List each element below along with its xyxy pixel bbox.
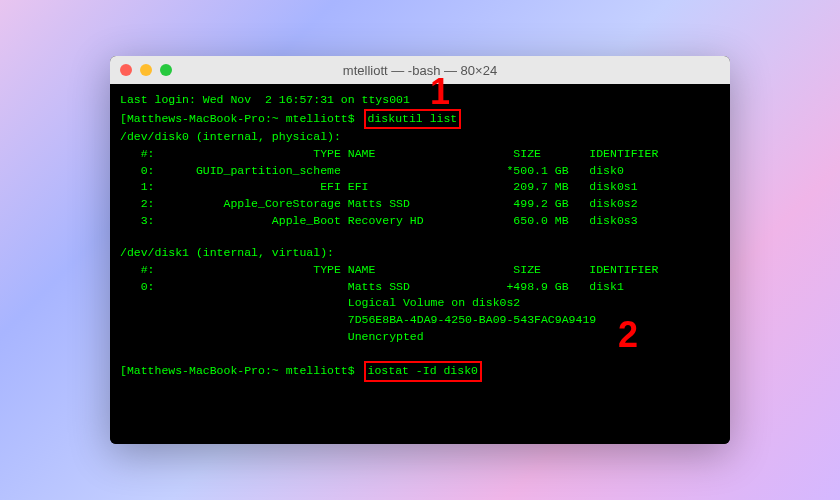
table-row: 2: Apple_CoreStorage Matts SSD 499.2 GB … — [120, 196, 720, 213]
table-row: 1: EFI EFI 209.7 MB disk0s1 — [120, 179, 720, 196]
close-icon[interactable] — [120, 64, 132, 76]
table-row: Logical Volume on disk0s2 — [120, 295, 720, 312]
column-header: #: TYPE NAME SIZE IDENTIFIER — [120, 262, 720, 279]
prompt-line-1: [Matthews-MacBook-Pro:~ mtelliott$ disku… — [120, 109, 720, 130]
table-row: Unencrypted — [120, 329, 720, 346]
terminal-body[interactable]: 1 2 Last login: Wed Nov 2 16:57:31 on tt… — [110, 84, 730, 444]
window-title: mtelliott — -bash — 80×24 — [120, 63, 720, 78]
blank-line — [120, 229, 720, 245]
disk0-header: /dev/disk0 (internal, physical): — [120, 129, 720, 146]
column-header: #: TYPE NAME SIZE IDENTIFIER — [120, 146, 720, 163]
disk1-header: /dev/disk1 (internal, virtual): — [120, 245, 720, 262]
command-1: diskutil list — [368, 112, 458, 125]
titlebar[interactable]: mtelliott — -bash — 80×24 — [110, 56, 730, 84]
command-2: iostat -Id disk0 — [368, 364, 478, 377]
prompt-prefix: [Matthews-MacBook-Pro:~ mtelliott$ — [120, 364, 355, 377]
minimize-icon[interactable] — [140, 64, 152, 76]
prompt-line-2: [Matthews-MacBook-Pro:~ mtelliott$ iosta… — [120, 361, 720, 382]
terminal-window: mtelliott — -bash — 80×24 1 2 Last login… — [110, 56, 730, 444]
command-highlight-2: iostat -Id disk0 — [364, 361, 482, 382]
zoom-icon[interactable] — [160, 64, 172, 76]
table-row: 0: Matts SSD +498.9 GB disk1 — [120, 279, 720, 296]
table-row: 0: GUID_partition_scheme *500.1 GB disk0 — [120, 163, 720, 180]
blank-line — [120, 345, 720, 361]
table-row: 7D56E8BA-4DA9-4250-BA09-543FAC9A9419 — [120, 312, 720, 329]
login-line: Last login: Wed Nov 2 16:57:31 on ttys00… — [120, 92, 720, 109]
prompt-prefix: [Matthews-MacBook-Pro:~ mtelliott$ — [120, 112, 355, 125]
command-highlight-1: diskutil list — [364, 109, 462, 130]
traffic-lights — [120, 64, 172, 76]
table-row: 3: Apple_Boot Recovery HD 650.0 MB disk0… — [120, 213, 720, 230]
